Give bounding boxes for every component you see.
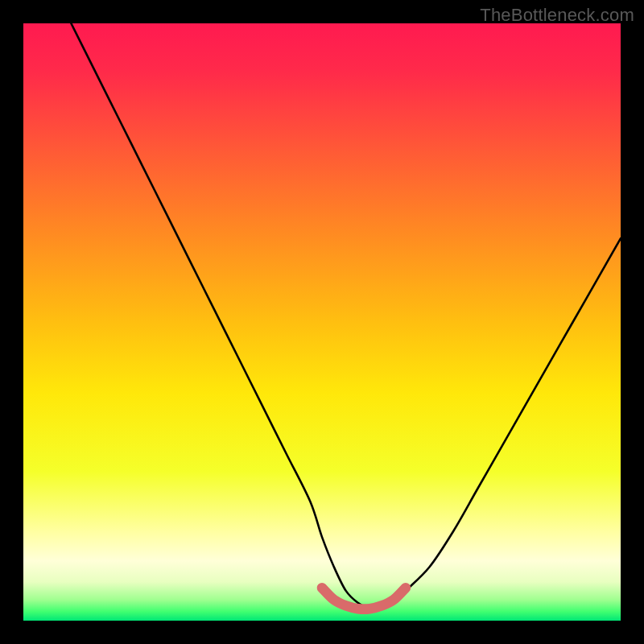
plot-area [23,23,621,621]
watermark-text: TheBottleneck.com [480,5,634,26]
bottleneck-curve [23,23,621,621]
chart-frame: TheBottleneck.com [0,0,644,644]
